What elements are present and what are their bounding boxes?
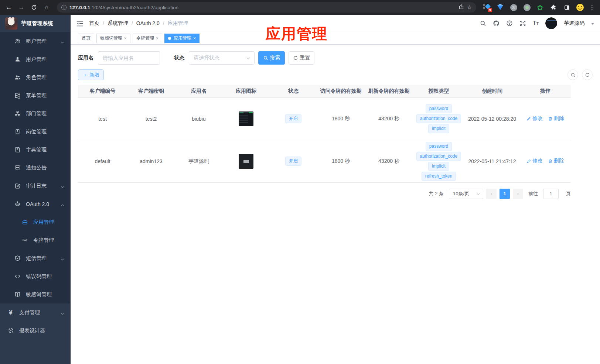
refresh-button[interactable] <box>582 69 593 80</box>
delete-link[interactable]: 删除 <box>548 115 564 122</box>
profile-emoji-icon[interactable] <box>576 3 584 11</box>
font-size-icon[interactable]: TT <box>533 20 539 27</box>
extension-badge: 9 <box>488 8 492 12</box>
site-info-icon[interactable]: i <box>61 5 67 10</box>
logo-row[interactable]: 芋道管理系统 <box>0 15 70 32</box>
status-select[interactable]: 请选择状态 <box>189 51 255 65</box>
code-icon <box>14 273 21 280</box>
col-secret: 客户端密钥 <box>127 85 175 97</box>
toggle-search-button[interactable] <box>567 69 578 80</box>
close-icon[interactable]: × <box>156 36 158 41</box>
goto-page-input[interactable] <box>543 189 559 199</box>
close-icon[interactable]: × <box>124 36 127 41</box>
prev-page-button[interactable]: ‹ <box>486 189 497 199</box>
sidebar-item-oauth2[interactable]: OAuth 2.0 <box>0 195 70 213</box>
grant-type-tags: password authorization_code implicit ref… <box>413 142 464 181</box>
tab-token[interactable]: 令牌管理× <box>133 34 162 43</box>
page-size-select[interactable]: 10条/页 <box>449 189 483 199</box>
extension-metamask-icon[interactable]: 9 <box>483 3 491 11</box>
avatar[interactable] <box>545 17 557 29</box>
breadcrumb-system[interactable]: 系统管理 <box>108 20 128 27</box>
sidebar-item-token[interactable]: 令牌管理 <box>0 231 70 249</box>
sidebar-item-label: 令牌管理 <box>33 237 54 244</box>
sidebar-item-user[interactable]: 用户管理 <box>0 50 70 68</box>
cell-access-ttl: 1800 秒 <box>317 140 365 182</box>
page-suffix-label: 页 <box>566 190 571 197</box>
cell-created: 2022-05-12 00:28:20 <box>464 97 520 140</box>
sidebar-item-application[interactable]: 应用管理 <box>0 213 70 231</box>
cell-client-id: default <box>78 140 127 182</box>
tab-home[interactable]: 首页 <box>78 34 94 43</box>
col-refresh-ttl: 刷新令牌的有效期 <box>365 85 413 97</box>
extension-gem-icon[interactable] <box>496 3 504 11</box>
cell-refresh-ttl: 43200 秒 <box>365 97 413 140</box>
breadcrumb-home[interactable]: 首页 <box>89 20 99 27</box>
tab-sensitive-word[interactable]: 敏感词管理× <box>96 34 130 43</box>
github-icon[interactable] <box>493 20 500 27</box>
sidebar-item-tenant[interactable]: 租户管理 <box>0 32 70 50</box>
browser-home-button[interactable]: ⌂ <box>41 2 52 13</box>
bookmark-star-icon[interactable]: ☆ <box>467 4 472 11</box>
username[interactable]: 芋道源码 <box>564 20 584 27</box>
cell-refresh-ttl: 43200 秒 <box>365 140 413 182</box>
sidebar-item-post[interactable]: 岗位管理 <box>0 123 70 141</box>
share-icon[interactable] <box>458 4 464 11</box>
browser-url-bar[interactable]: i 127.0.0.1:1024/system/oauth2/oauth2/ap… <box>57 2 476 13</box>
col-app-icon: 应用图标 <box>222 85 270 97</box>
sidebar-item-sms[interactable]: 短信管理 <box>0 249 70 267</box>
col-access-ttl: 访问令牌的有效期 <box>317 85 365 97</box>
app-icon-image <box>239 154 253 169</box>
sidebar-item-label: 字典管理 <box>26 147 47 153</box>
reset-button[interactable]: 重置 <box>289 51 314 65</box>
tab-application[interactable]: 应用管理× <box>164 34 200 43</box>
sidebar-collapse-icon[interactable] <box>76 20 84 27</box>
extension-star-icon[interactable]: ✩ <box>536 3 544 11</box>
breadcrumb: 首页 / 系统管理 / OAuth 2.0 / 应用管理 <box>89 20 188 27</box>
search-icon[interactable] <box>480 20 486 27</box>
extension-record-icon[interactable] <box>523 3 531 11</box>
add-button[interactable]: ＋ 新增 <box>78 69 104 80</box>
browser-forward-button[interactable]: → <box>16 2 27 13</box>
delete-link[interactable]: 删除 <box>548 158 564 164</box>
breadcrumb-oauth[interactable]: OAuth 2.0 <box>136 20 160 26</box>
url-text: 127.0.0.1:1024/system/oauth2/oauth2/appl… <box>69 5 178 10</box>
page-number-1[interactable]: 1 <box>500 189 510 199</box>
extension-command-icon[interactable]: ⌘ <box>509 3 518 11</box>
extensions-puzzle-icon[interactable] <box>549 3 558 11</box>
top-navbar: 首页 / 系统管理 / OAuth 2.0 / 应用管理 TT 芋道源码 <box>71 15 600 32</box>
user-caret-icon[interactable] <box>591 23 594 25</box>
pagination-total: 共 2 条 <box>429 190 444 197</box>
sidebar-item-audit-log[interactable]: 审计日志 <box>0 177 70 195</box>
filter-form: 应用名 状态 请选择状态 搜索 重置 <box>78 51 593 65</box>
sidebar-item-department[interactable]: 部门管理 <box>0 104 70 123</box>
search-button[interactable]: 搜索 <box>258 51 285 65</box>
sidebar-item-notice[interactable]: 通知公告 <box>0 159 70 177</box>
app-name-input[interactable] <box>98 51 160 65</box>
sidebar-item-report-designer[interactable]: 报表设计器 <box>0 322 70 340</box>
next-page-button[interactable]: › <box>513 189 523 199</box>
sidebar-item-payment[interactable]: ¥ 支付管理 <box>0 303 70 322</box>
side-panel-icon[interactable] <box>563 3 571 11</box>
browser-chrome: ← → ⌂ i 127.0.0.1:1024/system/oauth2/oau… <box>0 0 600 15</box>
goto-label: 前往 <box>528 190 538 197</box>
chevron-down-icon <box>61 40 64 43</box>
browser-reload-button[interactable] <box>29 2 39 13</box>
sidebar-item-label: 审计日志 <box>26 183 47 189</box>
sidebar-item-sensitive-word[interactable]: 敏感词管理 <box>0 285 70 303</box>
edit-link[interactable]: 修改 <box>526 115 543 122</box>
fullscreen-icon[interactable] <box>519 20 526 27</box>
browser-menu-icon[interactable]: ⋮ <box>588 4 596 11</box>
edit-link[interactable]: 修改 <box>526 158 543 164</box>
badge-icon <box>14 128 21 135</box>
sidebar-item-dict[interactable]: 字典管理 <box>0 141 70 159</box>
sidebar-item-role[interactable]: 角色管理 <box>0 68 70 86</box>
chevron-up-icon <box>61 202 64 206</box>
pagination: 共 2 条 10条/页 ‹ 1 › 前往 页 <box>78 189 571 199</box>
close-icon[interactable]: × <box>193 36 196 41</box>
browser-back-button[interactable]: ← <box>4 2 14 13</box>
help-icon[interactable] <box>506 20 513 27</box>
table-header-row: 客户端编号 客户端密钥 应用名 应用图标 状态 访问令牌的有效期 刷新令牌的有效… <box>78 85 571 97</box>
sidebar-item-menu-mgmt[interactable]: 菜单管理 <box>0 86 70 104</box>
col-actions: 操作 <box>520 85 571 97</box>
sidebar-item-errorcode[interactable]: 错误码管理 <box>0 267 70 285</box>
